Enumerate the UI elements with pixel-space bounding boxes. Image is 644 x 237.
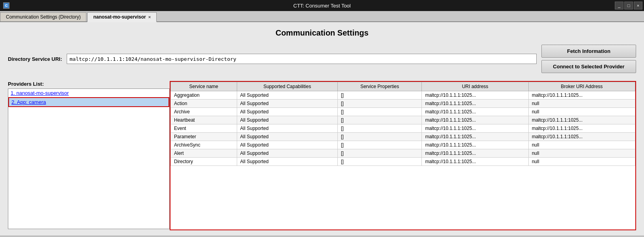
col-uri: URI address xyxy=(422,82,528,91)
tab-nanosat-close[interactable]: × xyxy=(148,15,151,19)
col-broker-uri: Broker URI Address xyxy=(528,82,635,91)
close-button[interactable]: × xyxy=(634,2,642,9)
services-table-container: Service name Supported Capabilities Serv… xyxy=(170,81,636,230)
table-row[interactable]: AggregationAll Supported[]maltcp://10.1.… xyxy=(171,91,635,100)
providers-list: 1. nanosat-mo-supervisor 2. App: camera xyxy=(8,88,170,229)
tab-bar: Communication Settings (Directory) nanos… xyxy=(0,11,644,22)
provider-item-2[interactable]: 2. App: camera xyxy=(8,97,169,107)
main-content: Communication Settings Directory Service… xyxy=(0,22,644,235)
tab-nanosat-label: nanosat-mo-supervisor xyxy=(93,14,146,20)
page-title: Communication Settings xyxy=(8,28,636,38)
providers-list-container: Providers List: 1. nanosat-mo-supervisor… xyxy=(8,81,170,230)
tab-comm-settings[interactable]: Communication Settings (Directory) xyxy=(0,12,86,21)
window-controls[interactable]: _ □ × xyxy=(615,2,642,9)
table-row[interactable]: ParameterAll Supported[]maltcp://10.1.1.… xyxy=(171,133,635,141)
col-service-name: Service name xyxy=(171,82,237,91)
table-row[interactable]: DirectoryAll Supported[]maltcp://10.1.1.… xyxy=(171,158,635,166)
col-properties: Service Properties xyxy=(338,82,422,91)
providers-label: Providers List: xyxy=(8,81,170,87)
app-icon: C xyxy=(3,2,9,9)
title-bar: C CTT: Consumer Test Tool _ □ × xyxy=(0,0,644,11)
uri-input[interactable] xyxy=(67,54,537,64)
button-panel: Fetch Information Connect to Selected Pr… xyxy=(541,45,636,73)
table-row[interactable]: AlertAll Supported[]maltcp://10.1.1.1:10… xyxy=(171,149,635,158)
col-capabilities: Supported Capabilities xyxy=(237,82,337,91)
uri-label: Directory Service URI: xyxy=(8,56,62,62)
provider-item-1[interactable]: 1. nanosat-mo-supervisor xyxy=(8,89,169,97)
table-row[interactable]: ArchiveAll Supported[]maltcp://10.1.1.1:… xyxy=(171,108,635,116)
window-title: CTT: Consumer Test Tool xyxy=(293,3,350,9)
fetch-button[interactable]: Fetch Information xyxy=(541,45,636,58)
maximize-button[interactable]: □ xyxy=(624,2,633,9)
uri-row: Directory Service URI: Fetch Information… xyxy=(8,45,636,73)
services-table: Service name Supported Capabilities Serv… xyxy=(170,82,635,166)
table-row[interactable]: HeartbeatAll Supported[]maltcp://10.1.1.… xyxy=(171,116,635,124)
connect-button[interactable]: Connect to Selected Provider xyxy=(541,60,636,73)
minimize-button[interactable]: _ xyxy=(615,2,623,9)
table-row[interactable]: ActionAll Supported[]maltcp://10.1.1.1:1… xyxy=(171,100,635,108)
tab-comm-settings-label: Communication Settings (Directory) xyxy=(6,14,80,20)
svg-text:C: C xyxy=(5,4,8,8)
tab-nanosat[interactable]: nanosat-mo-supervisor × xyxy=(87,12,157,22)
table-row[interactable]: EventAll Supported[]maltcp://10.1.1.1:10… xyxy=(171,124,635,133)
table-row[interactable]: ArchiveSyncAll Supported[]maltcp://10.1.… xyxy=(171,141,635,149)
providers-section: Providers List: 1. nanosat-mo-supervisor… xyxy=(8,81,636,230)
